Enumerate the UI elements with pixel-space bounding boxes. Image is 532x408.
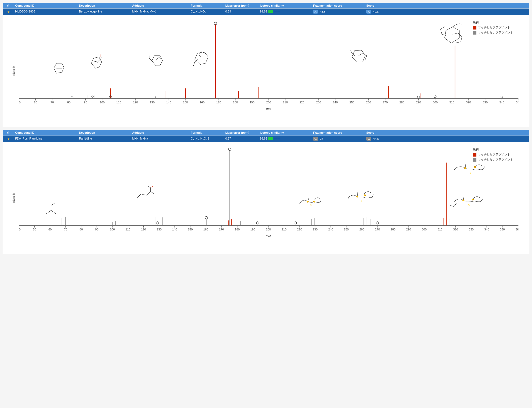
- adducts-value-2: M+H, M+Na: [132, 137, 148, 140]
- row-compound-id: HMDB0041836: [14, 9, 77, 15]
- svg-text:340: 340: [484, 228, 489, 231]
- svg-text:50: 50: [19, 101, 20, 104]
- isotope-value-2: 98.62: [260, 137, 267, 140]
- svg-text:360: 360: [516, 228, 518, 231]
- formula-value: C16H19NO4: [191, 10, 206, 13]
- svg-text:310: 310: [449, 101, 454, 104]
- table-row-2[interactable]: ★ FDA_Pos_Ranitidine Ranitidine M+H, M+N…: [3, 136, 529, 142]
- row-star-2[interactable]: ★: [3, 136, 14, 142]
- score-badge-2: G: [366, 137, 371, 141]
- svg-text:240: 240: [333, 101, 338, 104]
- svg-text:60: 60: [48, 228, 52, 231]
- svg-text:120: 120: [141, 228, 146, 231]
- row-isotope-2: 98.62 — —: [258, 136, 311, 142]
- svg-point-165: [156, 222, 159, 224]
- col-adducts-header-2: Adducts: [131, 130, 189, 136]
- svg-text:170: 170: [216, 101, 221, 104]
- row-description-2: Ranitidine: [77, 136, 131, 142]
- col-star-header: ☆: [3, 3, 14, 9]
- row-adducts-2: M+H, M+Na: [131, 136, 189, 142]
- legend-title-2: 凡例：: [473, 148, 513, 152]
- svg-point-70: [92, 96, 93, 98]
- svg-line-186: [51, 210, 56, 214]
- svg-point-81: [417, 96, 419, 98]
- svg-point-177: [376, 222, 379, 224]
- col-frag-header-2: Fragmentation score: [311, 130, 365, 136]
- svg-text:260: 260: [359, 228, 364, 231]
- svg-text:150: 150: [188, 228, 193, 231]
- panel-2: ☆ Compound ID Description Adducts Formul…: [3, 130, 529, 254]
- y-axis-label-1: Intensity: [12, 66, 15, 77]
- row-formula-2: C13H22N4O3S: [189, 136, 224, 142]
- isotope-bar: [268, 10, 273, 13]
- svg-point-167: [205, 216, 208, 219]
- svg-text:170: 170: [219, 228, 224, 231]
- unmatched-label: マッチしないフラグメント: [478, 31, 513, 35]
- legend-title-1: 凡例：: [473, 20, 513, 24]
- svg-line-208: [454, 203, 457, 207]
- svg-text:280: 280: [400, 101, 405, 104]
- compound-id-value-2: FDA_Pos_Ranitidine: [15, 137, 42, 140]
- svg-text:350: 350: [516, 101, 518, 104]
- svg-point-197: [307, 201, 308, 203]
- svg-text:330: 330: [469, 228, 474, 231]
- svg-text:100: 100: [100, 101, 105, 104]
- svg-text:150: 150: [183, 101, 188, 104]
- col-desc-header-2: Description: [77, 130, 131, 136]
- svg-text:330: 330: [483, 101, 488, 104]
- frag-label: Fragmentation score: [313, 4, 342, 7]
- mass-error-value-2: 0.57: [225, 137, 231, 140]
- isotope-dash: — —: [274, 10, 280, 13]
- svg-line-188: [51, 203, 55, 205]
- svg-line-194: [151, 186, 154, 188]
- star-filled-icon: ★: [7, 10, 10, 14]
- svg-text:190: 190: [250, 101, 255, 104]
- svg-text:S: S: [360, 200, 362, 202]
- isotope-dash-2: — —: [274, 137, 280, 140]
- svg-point-206: [472, 199, 473, 200]
- row-description: Benzoyl ecgonine: [77, 9, 131, 15]
- svg-text:190: 190: [250, 228, 255, 231]
- row-star[interactable]: ★: [3, 9, 14, 15]
- svg-text:160: 160: [203, 228, 208, 231]
- svg-text:90: 90: [95, 228, 98, 231]
- row-frag-score: A 48.8: [311, 9, 365, 15]
- svg-text:200: 200: [266, 228, 271, 231]
- svg-text:250: 250: [344, 228, 349, 231]
- svg-text:50: 50: [33, 228, 36, 231]
- matched-label-2: マッチしたフラグメント: [478, 153, 510, 157]
- col-star-header-2: ☆: [3, 130, 14, 136]
- row-compound-id-2: FDA_Pos_Ranitidine: [14, 136, 77, 142]
- svg-text:m/z: m/z: [266, 107, 271, 110]
- svg-text:110: 110: [116, 101, 121, 104]
- col-frag-header: Fragmentation score: [311, 3, 365, 9]
- svg-text:130: 130: [150, 101, 155, 104]
- legend-2: 凡例： マッチしたフラグメント マッチしないフラグメント: [473, 148, 513, 163]
- svg-text:180: 180: [235, 228, 240, 231]
- table-row-1[interactable]: ★ HMDB0041836 Benzoyl ecgonine M+H, M+Na…: [3, 9, 529, 15]
- svg-text:180: 180: [233, 101, 238, 104]
- row-frag-score-2: G 25: [311, 136, 365, 142]
- description-value-2: Ranitidine: [79, 137, 92, 140]
- col-mass-header-2: Mass error (ppm): [224, 130, 258, 136]
- col-score-header: Score: [365, 3, 397, 9]
- chart-area-1: 凡例： マッチしたフラグメント マッチしないフラグメント Intensity 5…: [3, 15, 529, 127]
- svg-text:250: 250: [350, 101, 355, 104]
- star-header-icon-2: ☆: [7, 131, 10, 134]
- svg-text:320: 320: [453, 228, 458, 231]
- svg-text:80: 80: [67, 101, 70, 104]
- svg-text:270: 270: [383, 101, 388, 104]
- svg-line-192: [151, 192, 155, 194]
- row-score: A 49.6: [365, 9, 397, 15]
- svg-text:160: 160: [200, 101, 205, 104]
- svg-text:S: S: [469, 172, 471, 174]
- col-isotope-header-2: Isotope similarity: [258, 130, 311, 136]
- svg-line-195: [147, 186, 151, 188]
- svg-text:220: 220: [300, 101, 305, 104]
- frag-label-2: Fragmentation score: [313, 131, 342, 134]
- formula-value-2: C13H22N4O3S: [191, 137, 209, 140]
- matched-color-icon: [473, 26, 476, 30]
- svg-text:290: 290: [406, 228, 411, 231]
- legend-unmatched-2: マッチしないフラグメント: [473, 158, 513, 162]
- compound-id-value: HMDB0041836: [15, 10, 35, 13]
